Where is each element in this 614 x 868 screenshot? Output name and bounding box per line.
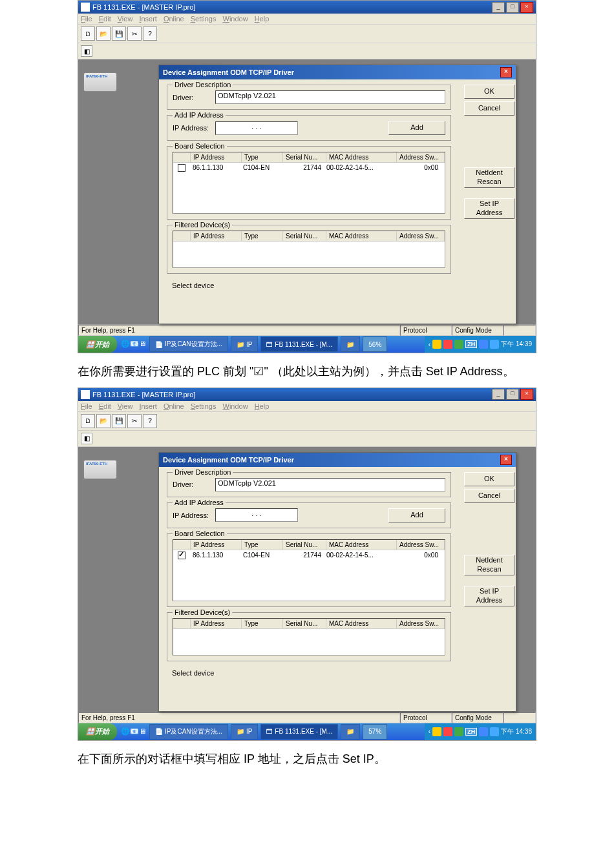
board-row[interactable]: 86.1.1.130 C104-EN 21744 00-02-A2-14-5..…: [173, 550, 445, 561]
filtered-list[interactable]: IP Address Type Serial Nu... MAC Address…: [173, 231, 445, 268]
close-button[interactable]: ×: [520, 389, 533, 400]
col-serial[interactable]: Serial Nu...: [283, 540, 326, 550]
col-type[interactable]: Type: [242, 540, 283, 550]
ip-address-input[interactable]: . . .: [215, 121, 298, 135]
start-button[interactable]: 🪟 开始: [78, 723, 117, 740]
menu-edit[interactable]: Edit: [99, 15, 111, 23]
tray-icon[interactable]: [443, 340, 452, 349]
menu-file[interactable]: File: [81, 402, 92, 410]
device-icon[interactable]: [83, 460, 117, 479]
taskbar-item[interactable]: 📁 IP: [231, 724, 258, 739]
menu-view[interactable]: View: [118, 402, 133, 410]
menu-edit[interactable]: Edit: [99, 402, 111, 410]
tray-icon[interactable]: [490, 340, 499, 349]
col-mac[interactable]: MAC Address: [326, 152, 397, 162]
col-mac[interactable]: MAC Address: [326, 540, 397, 550]
menu-insert[interactable]: Insert: [139, 402, 157, 410]
netident-rescan-button[interactable]: NetIdentRescan: [464, 167, 514, 188]
quick-launch-icon[interactable]: 📧: [130, 727, 139, 736]
tray-icon[interactable]: [443, 727, 452, 736]
cut-button[interactable]: ✂: [127, 26, 142, 41]
start-button[interactable]: 🪟 开始: [78, 336, 117, 353]
menu-view[interactable]: View: [118, 15, 133, 23]
tray-icon[interactable]: [454, 727, 463, 736]
col-serial[interactable]: Serial Nu...: [283, 152, 326, 162]
minimize-button[interactable]: _: [492, 389, 505, 400]
col-ip[interactable]: IP Address: [191, 540, 242, 550]
maximize-button[interactable]: □: [506, 2, 519, 13]
ok-button[interactable]: OK: [464, 472, 514, 486]
taskbar-item[interactable]: 📄 IP及CAN设置方法...: [149, 336, 228, 352]
menu-online[interactable]: Online: [164, 15, 184, 23]
col-type[interactable]: Type: [242, 152, 283, 162]
device-button[interactable]: ◧: [81, 45, 92, 57]
tray-icon[interactable]: [432, 727, 441, 736]
taskbar-item-active[interactable]: 🗔 FB 1131.EXE - [M...: [260, 724, 338, 739]
col-addr[interactable]: Address Sw...: [397, 152, 445, 162]
menu-window[interactable]: Window: [222, 402, 248, 410]
add-button[interactable]: Add: [388, 508, 445, 522]
ip-address-input[interactable]: . . .: [215, 508, 298, 522]
filtered-list[interactable]: IP Address Type Serial Nu... MAC Address…: [173, 618, 445, 656]
taskbar-item[interactable]: 📁 IP: [231, 336, 258, 352]
set-ip-address-button[interactable]: Set IPAddress: [464, 198, 514, 219]
driver-input[interactable]: ODMTcpIp V2.021: [215, 478, 445, 491]
taskbar-percent[interactable]: 57%: [363, 724, 387, 739]
menu-settings[interactable]: Settings: [191, 15, 217, 23]
taskbar-percent[interactable]: 56%: [363, 336, 387, 352]
language-indicator[interactable]: ZH: [465, 728, 477, 736]
device-button[interactable]: ◧: [81, 433, 92, 444]
taskbar-item[interactable]: 📁: [341, 724, 360, 739]
close-button[interactable]: ×: [520, 2, 533, 13]
cancel-button[interactable]: Cancel: [464, 101, 514, 116]
help-button[interactable]: ?: [143, 414, 157, 428]
taskbar-item-active[interactable]: 🗔 FB 1131.EXE - [M...: [260, 336, 338, 352]
quick-launch-icon[interactable]: 📧: [130, 340, 139, 349]
tray-icon[interactable]: [490, 727, 499, 736]
cancel-button[interactable]: Cancel: [464, 489, 514, 503]
ok-button[interactable]: OK: [464, 85, 514, 99]
menu-help[interactable]: Help: [255, 402, 270, 410]
col-addr[interactable]: Address Sw...: [397, 540, 445, 550]
board-row[interactable]: 86.1.1.130 C104-EN 21744 00-02-A2-14-5..…: [173, 163, 445, 173]
tray-icon[interactable]: [432, 340, 441, 349]
open-button[interactable]: 📂: [96, 414, 111, 428]
dialog-close-button[interactable]: ×: [500, 67, 512, 78]
new-button[interactable]: 🗋: [81, 414, 95, 428]
set-ip-address-button[interactable]: Set IPAddress: [464, 586, 514, 606]
board-checkbox[interactable]: [178, 164, 185, 172]
board-checkbox-checked[interactable]: [178, 552, 185, 559]
taskbar-item[interactable]: 📄 IP及CAN设置方法...: [149, 724, 228, 739]
help-button[interactable]: ?: [143, 26, 157, 41]
menu-online[interactable]: Online: [164, 402, 184, 410]
col-ip[interactable]: IP Address: [191, 152, 242, 162]
maximize-button[interactable]: □: [506, 389, 519, 400]
menu-file[interactable]: File: [81, 15, 92, 23]
netident-rescan-button[interactable]: NetIdentRescan: [464, 555, 514, 575]
tray-icon[interactable]: [479, 727, 488, 736]
cut-button[interactable]: ✂: [127, 414, 142, 428]
quick-launch-icon[interactable]: 🌐: [121, 727, 130, 736]
menu-help[interactable]: Help: [255, 15, 270, 23]
quick-launch-icon[interactable]: 🖥: [139, 727, 148, 736]
quick-launch-icon[interactable]: 🖥: [139, 340, 148, 349]
open-button[interactable]: 📂: [96, 26, 111, 41]
menu-window[interactable]: Window: [222, 15, 248, 23]
menu-insert[interactable]: Insert: [139, 15, 157, 23]
language-indicator[interactable]: ZH: [465, 340, 477, 348]
new-button[interactable]: 🗋: [81, 26, 95, 41]
tray-icon[interactable]: [479, 340, 488, 349]
minimize-button[interactable]: _: [492, 2, 505, 13]
taskbar-item[interactable]: 📁: [341, 336, 360, 352]
board-list[interactable]: IP Address Type Serial Nu... MAC Address…: [173, 152, 445, 214]
dialog-close-button[interactable]: ×: [500, 455, 512, 465]
add-button[interactable]: Add: [388, 121, 445, 135]
tray-icon[interactable]: [454, 340, 463, 349]
board-list[interactable]: IP Address Type Serial Nu... MAC Address…: [173, 539, 445, 601]
menu-settings[interactable]: Settings: [191, 402, 217, 410]
save-button[interactable]: 💾: [112, 414, 126, 428]
device-icon[interactable]: [83, 72, 117, 92]
driver-input[interactable]: ODMTcpIp V2.021: [215, 90, 445, 104]
quick-launch-icon[interactable]: 🌐: [121, 340, 130, 349]
save-button[interactable]: 💾: [112, 26, 126, 41]
